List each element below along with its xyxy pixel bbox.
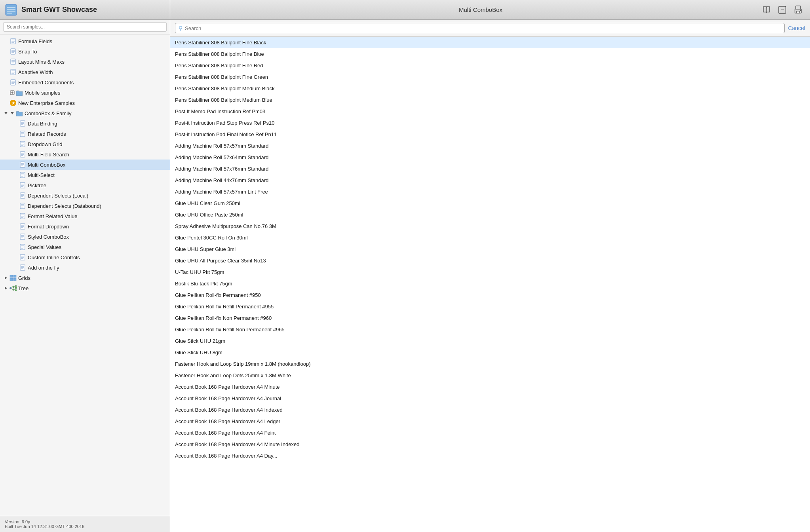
list-item[interactable]: Account Book 168 Page Hardcover A4 Ledge… <box>170 416 810 427</box>
list-item[interactable]: Glue Pelikan Roll-fix Permanent #950 <box>170 289 810 301</box>
svg-point-109 <box>15 288 17 290</box>
list-item[interactable]: Glue Stick UHU 8gm <box>170 347 810 358</box>
sidebar-item-multi-combobox[interactable]: Multi ComboBox <box>0 160 170 170</box>
svg-marker-37 <box>11 112 14 114</box>
svg-point-105 <box>13 286 15 288</box>
svg-point-108 <box>15 287 17 288</box>
sidebar-item-custom-inline-controls[interactable]: Custom Inline Controls <box>0 252 170 262</box>
list-item[interactable]: Pens Stabiliner 808 Ballpoint Fine Black <box>170 37 810 48</box>
sidebar-item-data-binding[interactable]: Data Binding <box>0 118 170 129</box>
sidebar-item-tree[interactable]: Tree <box>0 283 170 293</box>
sidebar-search-area <box>0 20 170 34</box>
list-item[interactable]: Glue UHU Office Paste 250ml <box>170 209 810 220</box>
list-item[interactable]: Account Book 168 Page Hardcover A4 Minut… <box>170 439 810 450</box>
list-item[interactable]: Pens Stabiliner 808 Ballpoint Medium Bla… <box>170 83 810 94</box>
content-search-wrap: ⚲ <box>175 23 785 33</box>
list-item[interactable]: Adding Machine Roll 57x64mm Standard <box>170 152 810 163</box>
sidebar-item-special-values[interactable]: Special Values <box>0 242 170 252</box>
svg-rect-99 <box>10 275 13 277</box>
list-item[interactable]: Glue Pelikan Roll-fix Refill Permanent #… <box>170 301 810 312</box>
list-item[interactable]: Fastener Hook and Loop Strip 19mm x 1.8M… <box>170 358 810 370</box>
list-item[interactable]: Spray Adhesive Multipurpose Can No.76 3M <box>170 220 810 232</box>
content-search-input[interactable] <box>185 25 781 31</box>
sidebar-item-label-snap-to: Snap To <box>18 49 37 55</box>
list-item[interactable]: Account Book 168 Page Hardcover A4 Feint <box>170 427 810 439</box>
header-left: Smart GWT Showcase <box>0 0 170 19</box>
list-item[interactable]: Pens Stabiliner 808 Ballpoint Fine Green <box>170 71 810 83</box>
app-header: Smart GWT Showcase Multi ComboBox <box>0 0 810 20</box>
sidebar-item-label-picktree: Picktree <box>28 182 46 188</box>
sidebar-item-grids[interactable]: Grids <box>0 273 170 283</box>
sidebar-item-dependent-selects-local[interactable]: Dependent Selects (Local) <box>0 190 170 201</box>
list-area: Pens Stabiliner 808 Ballpoint Fine Black… <box>170 37 810 532</box>
list-item[interactable]: Glue UHU All Purpose Clear 35ml No13 <box>170 255 810 266</box>
list-item[interactable]: Glue Pentel 30CC Roll On 30ml <box>170 232 810 243</box>
list-item[interactable]: Account Book 168 Page Hardcover A4 Minut… <box>170 381 810 393</box>
sidebar-search-input[interactable] <box>3 22 167 32</box>
sidebar-item-label-multi-field-search: Multi-Field Search <box>28 152 69 158</box>
sidebar-item-label-custom-inline-controls: Custom Inline Controls <box>28 255 80 260</box>
sidebar-item-layout-mins[interactable]: Layout Mins & Maxs <box>0 57 170 67</box>
sidebar-item-label-mobile-samples: Mobile samples <box>25 90 60 96</box>
list-item[interactable]: Account Book 168 Page Hardcover A4 Journ… <box>170 393 810 404</box>
list-item[interactable]: Adding Machine Roll 57x57mm Standard <box>170 140 810 152</box>
list-item[interactable]: Glue Stick UHU 21gm <box>170 335 810 347</box>
list-item[interactable]: Glue Pelikan Roll-fix Refill Non Permane… <box>170 324 810 335</box>
list-item[interactable]: U-Tac UHU Pkt 75gm <box>170 266 810 278</box>
main-layout: Formula Fields Snap To Layout Mins & Max… <box>0 20 810 532</box>
list-item[interactable]: Fastener Hook and Loop Dots 25mm x 1.8M … <box>170 370 810 381</box>
sidebar-item-label-dropdown-grid: Dropdown Grid <box>28 141 62 147</box>
sidebar-item-format-dropdown[interactable]: Format Dropdown <box>0 221 170 232</box>
sidebar-item-dependent-selects-databound[interactable]: Dependent Selects (Databound) <box>0 201 170 211</box>
print-icon[interactable] <box>793 4 804 15</box>
sidebar-item-formula-fields[interactable]: Formula Fields <box>0 36 170 46</box>
sidebar: Formula Fields Snap To Layout Mins & Max… <box>0 20 170 532</box>
list-item[interactable]: Adding Machine Roll 44x76mm Standard <box>170 175 810 186</box>
list-item[interactable]: Pens Stabiliner 808 Ballpoint Medium Blu… <box>170 94 810 106</box>
sidebar-item-related-records[interactable]: Related Records <box>0 129 170 139</box>
list-item[interactable]: Pens Stabiliner 808 Ballpoint Fine Blue <box>170 48 810 60</box>
list-item[interactable]: Adding Machine Roll 57x76mm Standard <box>170 163 810 175</box>
list-item[interactable]: Account Book 168 Page Hardcover A4 Day..… <box>170 450 810 462</box>
svg-rect-7 <box>796 6 800 9</box>
svg-line-112 <box>11 288 13 290</box>
sidebar-item-label-related-records: Related Records <box>28 131 66 137</box>
sidebar-item-multi-select[interactable]: Multi-Select <box>0 170 170 180</box>
svg-rect-0 <box>6 4 17 15</box>
svg-rect-4 <box>7 13 12 13</box>
sidebar-item-picktree[interactable]: Picktree <box>0 180 170 190</box>
list-item[interactable]: Post-it Instruction Pad Final Notice Ref… <box>170 129 810 140</box>
search-glass-icon: ⚲ <box>179 25 183 31</box>
list-item[interactable]: Bostik Blu-tack Pkt 75gm <box>170 278 810 289</box>
sidebar-item-label-adaptive-width: Adaptive Width <box>18 69 53 75</box>
sidebar-item-multi-field-search[interactable]: Multi-Field Search <box>0 149 170 160</box>
sidebar-item-embedded-components[interactable]: Embedded Components <box>0 77 170 87</box>
sidebar-item-adaptive-width[interactable]: Adaptive Width <box>0 67 170 77</box>
list-item[interactable]: Glue Pelikan Roll-fix Non Permanent #960 <box>170 312 810 324</box>
list-item[interactable]: Adding Machine Roll 57x57mm Lint Free <box>170 186 810 198</box>
minus-icon[interactable] <box>777 4 788 15</box>
svg-point-10 <box>800 10 801 11</box>
list-item[interactable]: Pens Stabiliner 808 Ballpoint Fine Red <box>170 60 810 71</box>
sidebar-item-add-on-the-fly[interactable]: Add on the fly <box>0 262 170 273</box>
list-item[interactable]: Post-it Instruction Pad Stop Press Ref P… <box>170 117 810 129</box>
sidebar-item-styled-combobox[interactable]: Styled ComboBox <box>0 232 170 242</box>
list-item[interactable]: Account Book 168 Page Hardcover A4 Index… <box>170 404 810 416</box>
sidebar-item-combobox-family[interactable]: ComboBox & Family <box>0 108 170 118</box>
svg-marker-98 <box>5 276 7 279</box>
sidebar-item-dropdown-grid[interactable]: Dropdown Grid <box>0 139 170 149</box>
app-title: Smart GWT Showcase <box>21 6 97 14</box>
book-icon[interactable] <box>761 4 772 15</box>
sidebar-item-new-enterprise[interactable]: ★ New Enterprise Samples <box>0 98 170 108</box>
sidebar-item-label-dependent-selects-local: Dependent Selects (Local) <box>28 193 88 199</box>
sidebar-item-format-related-value[interactable]: Format Related Value <box>0 211 170 221</box>
content-area: ⚲ Cancel Pens Stabiliner 808 Ballpoint F… <box>170 20 810 532</box>
list-item[interactable]: Glue UHU Super Glue 3ml <box>170 243 810 255</box>
list-item[interactable]: Post It Memo Pad Instruction Ref Pm03 <box>170 106 810 117</box>
sidebar-item-snap-to[interactable]: Snap To <box>0 46 170 57</box>
sidebar-item-mobile-samples[interactable]: Mobile samples <box>0 87 170 98</box>
cancel-button[interactable]: Cancel <box>788 25 805 31</box>
sidebar-item-label-tree: Tree <box>18 285 29 291</box>
list-item[interactable]: Glue UHU Clear Gum 250ml <box>170 198 810 209</box>
sidebar-item-label-format-related-value: Format Related Value <box>28 213 78 219</box>
